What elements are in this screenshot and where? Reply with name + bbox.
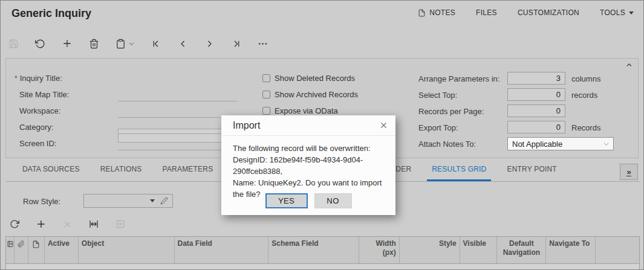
- clipboard-menu-button[interactable]: [115, 39, 135, 49]
- page-title: Generic Inquiry: [11, 7, 91, 20]
- required-asterisk: *: [15, 74, 18, 83]
- show-archived-records-checkbox[interactable]: [262, 91, 270, 98]
- go-last-button[interactable]: [231, 39, 241, 49]
- no-button[interactable]: NO: [314, 193, 352, 208]
- excel-icon: [115, 219, 125, 229]
- undo-icon: [35, 39, 45, 49]
- x-icon: [63, 220, 72, 229]
- select-value: Not Applicable: [512, 140, 562, 149]
- column-header-attachments[interactable]: [15, 237, 28, 263]
- close-icon[interactable]: [380, 121, 388, 129]
- tab-relations[interactable]: RELATIONS: [96, 159, 147, 181]
- trash-icon: [89, 39, 99, 49]
- row-style-combo[interactable]: [83, 194, 173, 208]
- previous-record-icon: [178, 39, 188, 49]
- site-map-title-input[interactable]: [118, 89, 237, 101]
- export-excel-button: [115, 219, 125, 229]
- export-top-input[interactable]: [507, 121, 565, 133]
- field-suffix: records: [571, 91, 597, 100]
- attach-notes-to-select[interactable]: Not Applicable: [507, 137, 614, 150]
- column-header-default-navigation[interactable]: Default Navigation: [497, 237, 546, 263]
- workspace-input[interactable]: [118, 105, 237, 118]
- field-suffix: columns: [571, 74, 600, 83]
- note-icon: [418, 9, 426, 17]
- column-header-width-px[interactable]: Width (px): [359, 237, 400, 263]
- customization-button[interactable]: CUSTOMIZATION: [518, 8, 579, 17]
- column-header-visible[interactable]: Visible: [460, 237, 498, 263]
- tab-results-grid[interactable]: RESULTS GRID: [427, 159, 491, 181]
- dialog-title: Import: [233, 120, 260, 131]
- fit-width-icon: [88, 219, 99, 230]
- column-header-navigate-to[interactable]: Navigate To: [546, 237, 596, 263]
- arrange-parameters-input[interactable]: [507, 72, 565, 85]
- go-next-button[interactable]: [204, 39, 215, 49]
- column-header-notebook[interactable]: [6, 237, 15, 263]
- column-header-notes[interactable]: [28, 237, 45, 263]
- chevron-down-icon: [128, 40, 135, 47]
- undo-button[interactable]: [35, 39, 45, 49]
- field-label: Select Top:: [418, 91, 457, 100]
- checkbox-label: Show Deleted Records: [275, 74, 355, 83]
- yes-button[interactable]: YES: [265, 193, 308, 208]
- field-label: Arrange Parameters in:: [418, 74, 499, 83]
- clipboard-icon: [115, 39, 126, 49]
- field-label: Screen ID:: [19, 139, 56, 148]
- select-top-input[interactable]: [507, 88, 565, 101]
- import-dialog: Import The following record will be over…: [221, 115, 395, 215]
- add-button[interactable]: [62, 38, 73, 49]
- column-header-active[interactable]: Active: [45, 237, 79, 263]
- titlebar-menu: NOTES FILES CUSTOMIZATION TOOLS: [418, 8, 634, 17]
- field-label: Records per Page:: [418, 107, 484, 116]
- chevron-down-icon: [629, 11, 634, 14]
- column-header-style[interactable]: Style: [400, 237, 460, 263]
- tools-menu-button[interactable]: TOOLS: [600, 8, 634, 17]
- next-record-icon: [204, 39, 215, 49]
- ellipsis-icon: [258, 39, 268, 49]
- field-label: Site Map Title:: [19, 90, 69, 99]
- column-header-empty: [596, 237, 639, 263]
- fit-width-button[interactable]: [88, 219, 99, 230]
- results-grid-header: Active Object Data Field Schema Field Wi…: [5, 236, 640, 264]
- tab-data-sources[interactable]: DATA SOURCES: [18, 159, 85, 181]
- records-per-page-input[interactable]: [507, 104, 565, 117]
- grid-toolbar: [10, 214, 125, 234]
- tab-parameters[interactable]: PARAMETERS: [158, 159, 218, 181]
- file-icon: [32, 240, 40, 261]
- grid-empty-row[interactable]: [5, 264, 640, 270]
- go-previous-button[interactable]: [178, 39, 188, 49]
- dialog-message: The following record will be overwritten…: [221, 136, 395, 200]
- show-deleted-records-checkbox[interactable]: [262, 74, 270, 82]
- category-input[interactable]: [118, 121, 237, 134]
- screen-id-input[interactable]: [118, 138, 237, 150]
- column-header-object[interactable]: Object: [79, 237, 175, 263]
- notes-button[interactable]: NOTES: [418, 8, 455, 17]
- dialog-buttons: YES NO: [221, 193, 395, 208]
- field-label: Attach Notes To:: [418, 140, 476, 149]
- tab-overflow-button[interactable]: »: [620, 164, 638, 180]
- checkbox-label: Expose via OData: [275, 106, 338, 115]
- field-label: Export Top:: [418, 123, 458, 132]
- more-actions-button[interactable]: [258, 39, 268, 49]
- tab-entry-point[interactable]: ENTRY POINT: [502, 159, 561, 181]
- field-label: Category:: [19, 123, 53, 132]
- files-button[interactable]: FILES: [476, 8, 497, 17]
- delete-button[interactable]: [89, 39, 99, 49]
- double-chevron-icon: »: [626, 168, 631, 176]
- go-first-button[interactable]: [151, 39, 161, 49]
- save-button: [8, 39, 19, 49]
- first-record-icon: [151, 39, 161, 49]
- expose-via-odata-checkbox[interactable]: [262, 107, 270, 115]
- field-row: * Inquiry Title:: [15, 71, 62, 85]
- column-header-data-field[interactable]: Data Field: [175, 237, 269, 263]
- main-toolbar: [8, 34, 268, 53]
- pencil-icon[interactable]: [160, 197, 168, 205]
- row-style-label: Row Style:: [23, 197, 60, 206]
- refresh-button[interactable]: [10, 219, 19, 229]
- generic-inquiry-window: Generic Inquiry NOTES FILES CUSTOMIZATIO…: [0, 0, 644, 270]
- add-row-button[interactable]: [36, 219, 47, 230]
- collapse-panel-icon[interactable]: [625, 61, 633, 69]
- column-header-schema-field[interactable]: Schema Field: [268, 237, 359, 263]
- paperclip-icon: [18, 240, 25, 261]
- field-suffix: Records: [571, 123, 600, 132]
- last-record-icon: [231, 39, 241, 49]
